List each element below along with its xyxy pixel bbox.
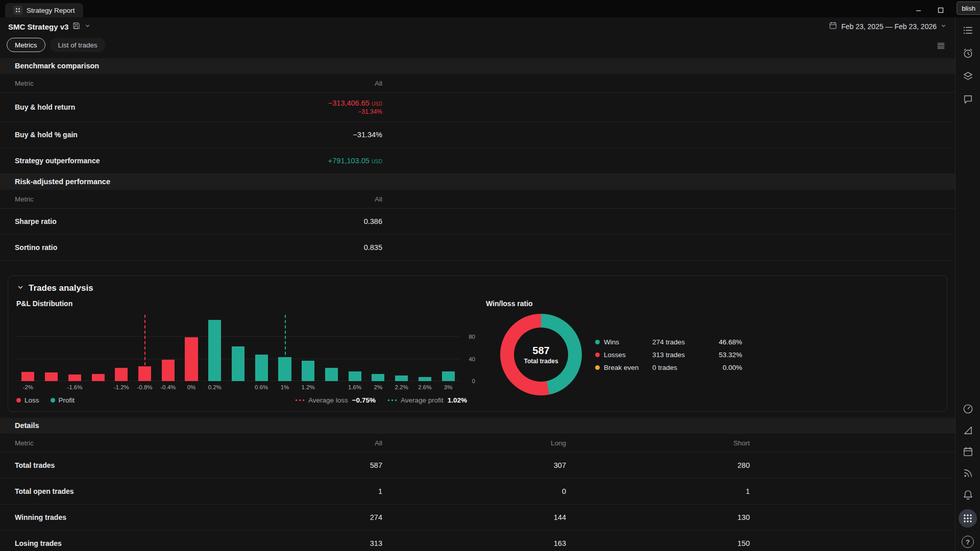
pnl-xlabels: -2%-1.6%-1.2%-0.8%-0.4%0%0.2%0.6%1%1.2%1… — [16, 384, 460, 390]
pnl-bar — [302, 361, 314, 381]
metric-label: Strategy outperformance — [15, 157, 199, 165]
help-icon[interactable]: ? — [962, 536, 974, 548]
break-even-pct: 0.00% — [705, 364, 742, 371]
value-long: 307 — [382, 461, 566, 469]
pnl-bar — [442, 371, 455, 382]
pnl-distribution-chart: P&L Distribution 04080 -2%-1.6%-1.2%-0.8… — [16, 299, 478, 404]
total-trades-label: Total trades — [524, 358, 558, 365]
losses-trades: 313 trades — [652, 351, 705, 359]
benchmark-column-headers: Metric All — [0, 74, 955, 93]
metric-value: 0.386 — [199, 217, 382, 226]
pnl-bar — [208, 320, 221, 381]
winloss-donut: 587 Total trades — [500, 314, 582, 395]
metric-label: Sharpe ratio — [15, 217, 199, 226]
details-column-headers: Metric All Long Short — [0, 434, 955, 453]
watchlist-icon[interactable] — [961, 23, 974, 37]
section-details: Details — [0, 418, 955, 434]
metric-value: −31.34% — [199, 131, 382, 139]
report-header: SMC Strategy v3 Feb 23, 2025 — Feb 23, 2… — [0, 17, 955, 36]
losses-dot-icon — [595, 353, 600, 357]
pnl-bar — [232, 346, 244, 381]
column-metric: Metric — [15, 439, 199, 447]
report-layout-icon[interactable] — [935, 39, 947, 52]
value-text: −313,406.65 — [328, 99, 370, 107]
table-row: Sharpe ratio 0.386 — [0, 209, 955, 235]
value-short: 1 — [566, 487, 750, 495]
gauge-icon[interactable] — [961, 402, 974, 415]
average-profit-value: 1.02% — [448, 396, 467, 404]
apps-grid-icon[interactable] — [959, 509, 977, 528]
winloss-ratio-chart: Win/loss ratio 587 Total trades Wins — [486, 299, 742, 404]
metric-value: 0.835 — [199, 243, 382, 252]
column-all: All — [199, 80, 382, 87]
calendar-icon[interactable] — [961, 445, 974, 458]
loss-legend-dot-icon — [16, 398, 21, 403]
triangle-ruler-icon[interactable] — [961, 423, 974, 437]
metric-label: Buy & hold return — [15, 103, 199, 111]
average-loss-marker — [144, 315, 145, 381]
tab-list-of-trades[interactable]: List of trades — [50, 38, 106, 52]
metric-label: Buy & hold % gain — [15, 131, 199, 139]
date-range: Feb 23, 2025 — Feb 23, 2026 — [841, 22, 937, 31]
loss-legend-label: Loss — [24, 396, 39, 404]
wins-label: Wins — [604, 338, 619, 346]
pnl-legend: Loss Profit Average loss −0.75% — [16, 396, 467, 404]
break-even-dot-icon — [595, 365, 600, 370]
pnl-bar — [349, 371, 361, 382]
column-long: Long — [382, 439, 566, 447]
strategy-selector[interactable]: SMC Strategy v3 — [8, 21, 91, 32]
maximize-icon[interactable] — [934, 4, 947, 17]
strategy-report-tab[interactable]: Strategy Report — [5, 3, 83, 17]
value-unit: USD — [372, 159, 382, 164]
break-even-label: Break even — [604, 364, 639, 371]
tab-metrics[interactable]: Metrics — [7, 38, 45, 52]
pnl-title: P&L Distribution — [16, 299, 478, 308]
tab-title: Strategy Report — [27, 7, 75, 14]
report-content: SMC Strategy v3 Feb 23, 2025 — Feb 23, 2… — [0, 17, 955, 551]
minimize-icon[interactable] — [912, 4, 925, 17]
donut-center: 587 Total trades — [500, 314, 582, 395]
table-row: Total trades 587 307 280 — [0, 453, 955, 479]
save-icon[interactable] — [72, 21, 81, 32]
value-short: 130 — [566, 513, 750, 521]
table-row: Buy & hold % gain −31.34% — [0, 122, 955, 148]
table-row: Strategy outperformance +791,103.05 USD — [0, 148, 955, 174]
chat-icon[interactable] — [961, 92, 974, 106]
metric-value: −313,406.65 USD −31.34% — [199, 99, 382, 115]
value-sub: −31.34% — [199, 108, 382, 115]
layers-icon[interactable] — [961, 69, 974, 83]
value-all: 587 — [199, 461, 382, 469]
pnl-bar — [185, 337, 198, 381]
pnl-bar — [68, 374, 81, 381]
metric-label: Losing trades — [15, 539, 199, 547]
metric-value: +791,103.05 USD — [199, 157, 382, 165]
value-all: 313 — [199, 539, 382, 547]
losses-label: Losses — [604, 351, 626, 359]
bell-icon[interactable] — [961, 488, 974, 501]
profit-legend-dot-icon — [51, 398, 55, 403]
value-long: 0 — [382, 487, 566, 495]
metric-label: Total open trades — [15, 487, 199, 495]
app-logo-icon — [13, 6, 22, 15]
column-metric: Metric — [15, 195, 199, 203]
strategy-report-window: Strategy Report blish SMC Strategy v3 — [0, 0, 980, 551]
collapse-chevron-icon[interactable] — [16, 283, 24, 293]
chevron-down-icon — [940, 22, 947, 31]
publish-button[interactable]: blish — [957, 2, 980, 15]
column-short: Short — [566, 439, 750, 447]
metric-label: Sortino ratio — [15, 243, 199, 252]
average-profit-line-icon — [388, 399, 397, 401]
date-range-picker[interactable]: Feb 23, 2025 — Feb 23, 2026 — [828, 21, 947, 32]
metric-label: Total trades — [15, 461, 199, 469]
winloss-legend: Wins 274 trades 46.68% Losses 313 trades… — [595, 338, 742, 371]
right-toolbar: ? — [955, 17, 980, 551]
losses-pct: 53.32% — [705, 351, 742, 359]
risk-column-headers: Metric All — [0, 190, 955, 209]
pnl-bar — [372, 374, 384, 381]
pnl-bar — [325, 368, 338, 381]
section-benchmark-comparison: Benchmark comparison — [0, 58, 955, 74]
pnl-bar — [162, 360, 175, 381]
report-scroll-area[interactable]: Benchmark comparison Metric All Buy & ho… — [0, 54, 955, 551]
rss-feed-icon[interactable] — [961, 466, 974, 480]
alarm-clock-icon[interactable] — [961, 46, 974, 60]
